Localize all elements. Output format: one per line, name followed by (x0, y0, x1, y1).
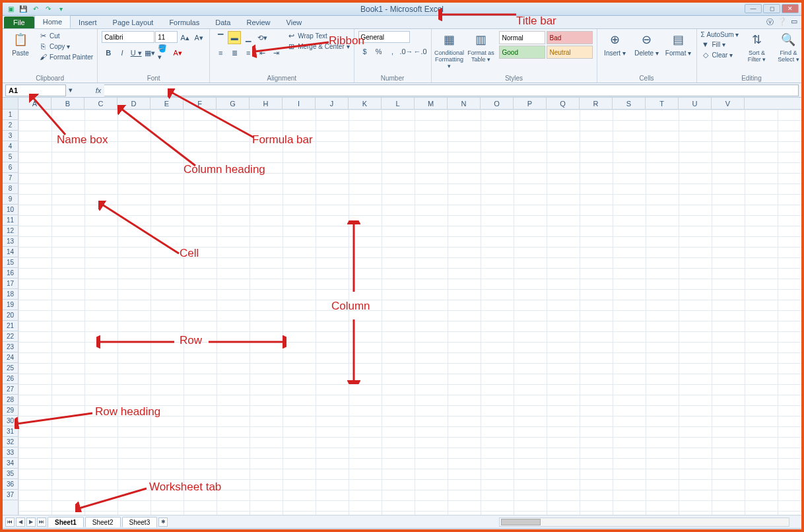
italic-button[interactable]: I (116, 46, 129, 59)
sheet-tab-2[interactable]: Sheet2 (85, 517, 121, 527)
row-header-11[interactable]: 11 (3, 215, 18, 226)
row-header-30[interactable]: 30 (3, 416, 18, 426)
tab-insert[interactable]: Insert (71, 17, 105, 28)
row-header-20[interactable]: 20 (3, 310, 18, 321)
row-header-24[interactable]: 24 (3, 352, 18, 363)
row-header-6[interactable]: 6 (3, 162, 18, 173)
column-header-Q[interactable]: Q (547, 98, 580, 109)
row-header-3[interactable]: 3 (3, 131, 18, 141)
column-header-A[interactable]: A (18, 98, 51, 109)
column-header-S[interactable]: S (613, 98, 646, 109)
name-box[interactable]: A1 (5, 84, 66, 96)
conditional-formatting-button[interactable]: ▦Conditional Formatting ▾ (436, 31, 463, 69)
column-header-M[interactable]: M (415, 98, 448, 109)
column-header-P[interactable]: P (514, 98, 547, 109)
name-box-dropdown-icon[interactable]: ▾ (69, 86, 73, 94)
column-header-D[interactable]: D (117, 98, 151, 109)
close-button[interactable]: ✕ (782, 4, 799, 13)
row-header-15[interactable]: 15 (3, 257, 18, 268)
column-header-F[interactable]: F (184, 98, 217, 109)
column-header-N[interactable]: N (448, 98, 481, 109)
qat-dropdown-icon[interactable]: ▾ (55, 4, 66, 15)
row-header-12[interactable]: 12 (3, 226, 18, 236)
column-header-G[interactable]: G (217, 98, 250, 109)
minimize-button[interactable]: — (745, 4, 762, 13)
find-select-button[interactable]: 🔍Find & Select ▾ (774, 31, 802, 63)
column-header-R[interactable]: R (580, 98, 613, 109)
row-header-22[interactable]: 22 (3, 331, 18, 342)
sheet-tab-1[interactable]: Sheet1 (48, 517, 84, 527)
style-normal[interactable]: Normal (499, 31, 545, 44)
increase-decimal-button[interactable]: .0→ (400, 45, 413, 58)
format-as-table-button[interactable]: ▥Format as Table ▾ (467, 31, 495, 69)
scroll-thumb[interactable] (501, 519, 541, 525)
cell-grid[interactable] (18, 110, 801, 515)
font-color-button[interactable]: A▾ (171, 46, 184, 59)
row-header-7[interactable]: 7 (3, 173, 18, 183)
autosum-button[interactable]: Σ AutoSum ▾ (701, 31, 739, 38)
row-header-32[interactable]: 32 (3, 437, 18, 448)
row-header-8[interactable]: 8 (3, 183, 18, 194)
column-header-C[interactable]: C (84, 98, 117, 109)
row-header-34[interactable]: 34 (3, 458, 18, 469)
row-header-1[interactable]: 1 (3, 110, 18, 120)
decrease-decimal-button[interactable]: ←.0 (414, 45, 427, 58)
row-header-9[interactable]: 9 (3, 194, 18, 205)
row-header-14[interactable]: 14 (3, 247, 18, 257)
row-header-18[interactable]: 18 (3, 289, 18, 300)
column-header-L[interactable]: L (382, 98, 415, 109)
help-icon[interactable]: ❔ (778, 17, 787, 27)
currency-button[interactable]: $ (358, 45, 372, 58)
fill-button[interactable]: ▼Fill ▾ (701, 40, 739, 49)
tab-review[interactable]: Review (238, 17, 278, 28)
grow-font-button[interactable]: A▴ (178, 31, 191, 44)
insert-cells-button[interactable]: ⊕Insert ▾ (601, 31, 629, 57)
number-format-select[interactable]: General (358, 31, 410, 43)
bold-button[interactable]: B (102, 46, 115, 59)
fill-color-button[interactable]: 🪣▾ (157, 46, 170, 59)
sheet-nav-prev[interactable]: ◀ (16, 517, 25, 527)
undo-icon[interactable]: ↶ (30, 4, 41, 15)
column-header-H[interactable]: H (250, 98, 283, 109)
sheet-nav-last[interactable]: ⏭ (37, 517, 46, 527)
align-middle-button[interactable]: ▬ (228, 31, 241, 44)
column-header-U[interactable]: U (679, 98, 712, 109)
column-header-K[interactable]: K (349, 98, 382, 109)
row-header-5[interactable]: 5 (3, 152, 18, 162)
row-header-13[interactable]: 13 (3, 236, 18, 247)
tab-formulas[interactable]: Formulas (161, 17, 207, 28)
row-header-21[interactable]: 21 (3, 321, 18, 331)
new-sheet-button[interactable]: ✱ (158, 517, 168, 527)
underline-button[interactable]: U ▾ (129, 46, 143, 59)
column-header-I[interactable]: I (283, 98, 316, 109)
row-header-37[interactable]: 37 (3, 490, 18, 500)
paste-button[interactable]: 📋 Paste (7, 31, 34, 61)
tab-data[interactable]: Data (207, 17, 238, 28)
formula-bar[interactable] (104, 84, 799, 96)
sheet-nav-next[interactable]: ▶ (26, 517, 36, 527)
align-right-button[interactable]: ≡ (242, 46, 255, 59)
border-button[interactable]: ▦▾ (143, 46, 156, 59)
align-top-button[interactable]: ▔ (214, 31, 227, 44)
wrap-text-button[interactable]: ↩Wrap Text (286, 31, 349, 40)
sort-filter-button[interactable]: ⇅Sort & Filter ▾ (743, 31, 770, 63)
cut-button[interactable]: ✂Cut (38, 31, 93, 40)
row-header-25[interactable]: 25 (3, 363, 18, 374)
copy-button[interactable]: ⎘Copy ▾ (38, 42, 93, 51)
clear-button[interactable]: ◇Clear ▾ (701, 50, 739, 59)
row-header-31[interactable]: 31 (3, 426, 18, 437)
ribbon-options-icon[interactable]: ▭ (791, 17, 797, 27)
row-header-28[interactable]: 28 (3, 395, 18, 405)
align-left-button[interactable]: ≡ (214, 46, 227, 59)
row-header-26[interactable]: 26 (3, 374, 18, 384)
row-header-2[interactable]: 2 (3, 120, 18, 131)
font-size-select[interactable]: 11 (155, 31, 178, 43)
style-neutral[interactable]: Neutral (547, 46, 593, 59)
row-header-23[interactable]: 23 (3, 342, 18, 352)
horizontal-scrollbar[interactable] (499, 517, 789, 527)
row-header-29[interactable]: 29 (3, 405, 18, 416)
align-center-button[interactable]: ≣ (228, 46, 241, 59)
format-painter-button[interactable]: 🖌Format Painter (38, 52, 93, 61)
save-icon[interactable]: 💾 (18, 4, 28, 15)
sheet-tab-3[interactable]: Sheet3 (122, 517, 158, 527)
